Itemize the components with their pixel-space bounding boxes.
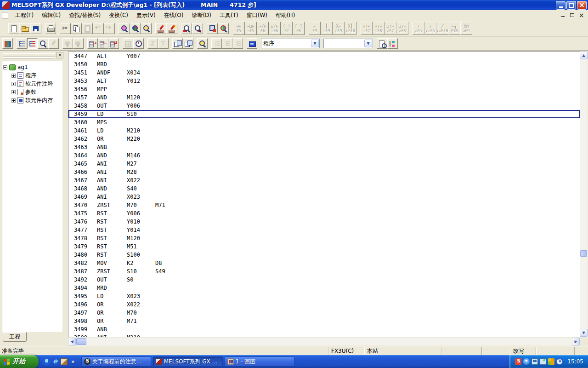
- toolbar-button[interactable]: [222, 38, 232, 49]
- toolbar-button[interactable]: [166, 23, 177, 34]
- toolbar-button[interactable]: [192, 23, 203, 34]
- quick-launch-icon[interactable]: [52, 358, 59, 365]
- ladder-symbol-button[interactable]: ━┓F10: [448, 22, 460, 35]
- toolbar-button[interactable]: [27, 38, 38, 49]
- tree-item[interactable]: 软元件注释: [3, 80, 61, 88]
- toolbar-button[interactable]: [141, 23, 152, 34]
- project-tab[interactable]: 工程: [3, 332, 27, 342]
- toolbar-button[interactable]: [133, 38, 144, 49]
- toolbar-button[interactable]: [82, 23, 93, 34]
- instruction-row[interactable]: 3479 RST M51: [68, 242, 580, 251]
- toolbar-button[interactable]: [19, 23, 30, 34]
- taskbar-task-button[interactable]: 关于编程前的注意...: [81, 356, 151, 367]
- instruction-row[interactable]: 3451 ANDF X034: [68, 69, 580, 77]
- horizontal-scrollbar[interactable]: ◀ ▶: [68, 338, 580, 345]
- mdi-close-button[interactable]: [577, 12, 585, 18]
- minimize-button[interactable]: [556, 1, 565, 10]
- scroll-left-icon[interactable]: ◀: [68, 338, 76, 345]
- toolbar-button[interactable]: [211, 38, 222, 49]
- toolbar-button[interactable]: [123, 38, 133, 49]
- panel-close-icon[interactable]: ×: [57, 52, 63, 58]
- instruction-row[interactable]: 3469 ANI X023: [68, 193, 580, 201]
- ladder-symbol-button[interactable]: ↓caF5: [424, 22, 436, 35]
- instruction-row[interactable]: 3497 OR M70: [68, 309, 580, 317]
- toolbar-button[interactable]: [197, 38, 208, 49]
- instruction-row[interactable]: 3500 ANI M210: [68, 334, 580, 337]
- toolbar-button[interactable]: [30, 23, 41, 34]
- mdi-minimize-button[interactable]: [559, 12, 567, 18]
- horizontal-scroll-thumb[interactable]: [76, 338, 86, 345]
- expand-icon[interactable]: [11, 98, 16, 103]
- toolbar-button[interactable]: [45, 23, 56, 34]
- instruction-row[interactable]: 3453 ALT Y012: [68, 77, 580, 85]
- ladder-symbol-button[interactable]: ⊔↑⊢aF7: [384, 22, 396, 35]
- toolbar-button[interactable]: [71, 23, 82, 34]
- tree-item[interactable]: 软元件内存: [3, 96, 61, 104]
- toolbar-button[interactable]: [155, 23, 166, 34]
- toolbar-button[interactable]: [48, 38, 59, 49]
- combo-dropdown-arrow[interactable]: ▼: [364, 40, 372, 47]
- instruction-row[interactable]: 3463 ANB: [68, 143, 580, 151]
- instruction-row[interactable]: 3470 ZRST M70 M71: [68, 201, 580, 209]
- instruction-row[interactable]: 3498 OR M71: [68, 317, 580, 325]
- toolbar-button[interactable]: [62, 38, 73, 49]
- tray-icon[interactable]: [531, 358, 538, 365]
- toolbar-button[interactable]: [108, 38, 119, 49]
- tray-icon[interactable]: [540, 358, 546, 365]
- tree-item[interactable]: 参数: [3, 88, 61, 96]
- tray-icon[interactable]: [548, 358, 554, 365]
- ladder-symbol-button[interactable]: ┃sF9: [321, 22, 333, 35]
- toolbar-button[interactable]: [183, 38, 193, 49]
- toolbar-button[interactable]: [73, 38, 84, 49]
- instruction-row[interactable]: 3475 RST Y006: [68, 209, 580, 218]
- menu-item[interactable]: 编辑(E): [38, 10, 65, 20]
- ladder-symbol-button[interactable]: ⊔↓⊢aF8: [396, 22, 408, 35]
- toolbar-button[interactable]: [8, 23, 19, 34]
- expand-icon[interactable]: [11, 74, 16, 78]
- ladder-symbol-button[interactable]: ( )F7: [281, 22, 293, 35]
- toolbar-button[interactable]: [181, 23, 192, 34]
- menu-item[interactable]: 诊断(D): [187, 10, 215, 20]
- vertical-scrollbar[interactable]: ▲ ▼: [580, 52, 588, 337]
- restore-button[interactable]: [566, 1, 576, 10]
- toolbar-button[interactable]: [104, 23, 115, 34]
- instruction-row[interactable]: 3487 ZRST S10 S49: [68, 267, 580, 276]
- instruction-row[interactable]: 3496 OR X022: [68, 300, 580, 309]
- toolbar-button[interactable]: [87, 38, 98, 49]
- instruction-row[interactable]: 3492 OUT S0: [68, 276, 580, 284]
- toolbar-button[interactable]: [377, 38, 387, 49]
- quick-launch-overflow-icon[interactable]: »: [69, 358, 77, 365]
- toolbar-button[interactable]: [247, 38, 257, 49]
- instruction-row[interactable]: 3458 OUT Y006: [68, 102, 580, 110]
- expand-icon[interactable]: [11, 82, 16, 86]
- instruction-list[interactable]: 3447 ALT Y007 3450 MRD 3451: [68, 52, 580, 337]
- close-button[interactable]: [577, 1, 587, 10]
- ladder-symbol-button[interactable]: ╱caF10: [436, 22, 448, 35]
- taskbar-task-button[interactable]: 1 - 画图: [225, 356, 294, 367]
- menu-item[interactable]: 在线(O): [160, 10, 188, 20]
- menu-item[interactable]: 变换(C): [105, 10, 132, 20]
- toolbar-button[interactable]: [218, 23, 229, 34]
- device-combo[interactable]: ▼: [323, 39, 373, 48]
- ladder-symbol-button[interactable]: ⊣↑⊢sF7: [361, 22, 373, 35]
- menu-item[interactable]: 显示(V): [132, 10, 160, 20]
- ladder-symbol-button[interactable]: ━F9: [309, 22, 321, 35]
- ladder-symbol-button[interactable]: ↑aF5: [413, 22, 424, 35]
- ladder-symbol-button[interactable]: ╳□aF9: [460, 22, 472, 35]
- collapse-icon[interactable]: [3, 65, 7, 69]
- toolbar-button[interactable]: [158, 38, 169, 49]
- toolbar-button[interactable]: [98, 38, 108, 49]
- toolbar-button[interactable]: [232, 38, 243, 49]
- ladder-symbol-button[interactable]: ⊔/⊢sF6: [269, 22, 281, 35]
- instruction-row[interactable]: 3456 MPP: [68, 85, 580, 93]
- instruction-row[interactable]: 3466 ANI M28: [68, 168, 580, 176]
- instruction-row[interactable]: 3450 MRD: [68, 60, 580, 69]
- tree-root[interactable]: ag1: [3, 63, 61, 71]
- toolbar-button[interactable]: [38, 38, 48, 49]
- instruction-row[interactable]: 3494 MRD: [68, 284, 580, 292]
- ladder-symbol-button[interactable]: [ ]F8: [293, 22, 305, 35]
- scroll-down-icon[interactable]: ▼: [580, 329, 588, 337]
- panel-grip[interactable]: [3, 53, 55, 57]
- toolbar-button[interactable]: [147, 38, 158, 49]
- ladder-symbol-button[interactable]: ⊣⊔⊢sF5: [245, 22, 257, 35]
